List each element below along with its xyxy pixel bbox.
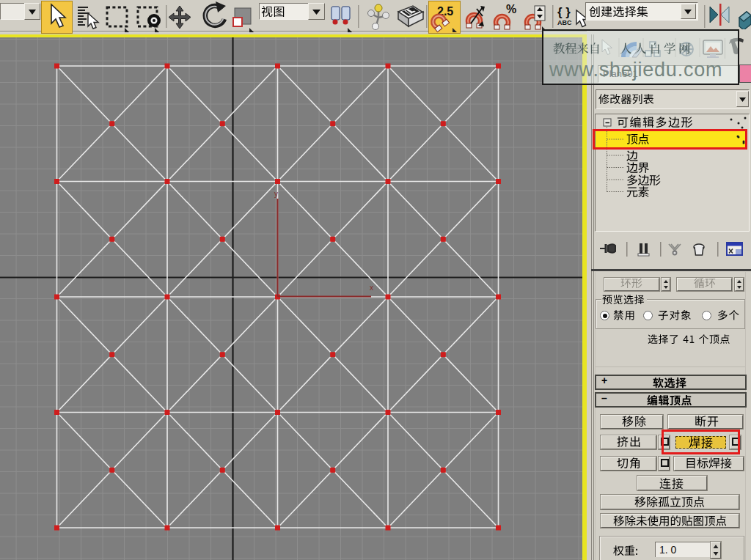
svg-text:ABC: ABC <box>557 19 572 26</box>
svg-text:{ }: { } <box>557 5 571 19</box>
svg-text:%: % <box>506 3 516 15</box>
svg-text:y: y <box>274 190 278 198</box>
svg-text:x: x <box>370 284 373 292</box>
